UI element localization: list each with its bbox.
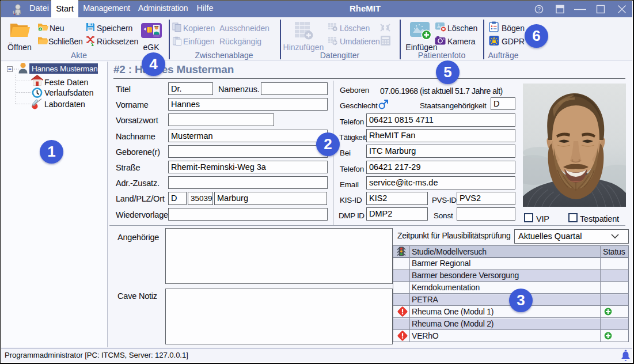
svg-text:?: ? [537,6,541,13]
